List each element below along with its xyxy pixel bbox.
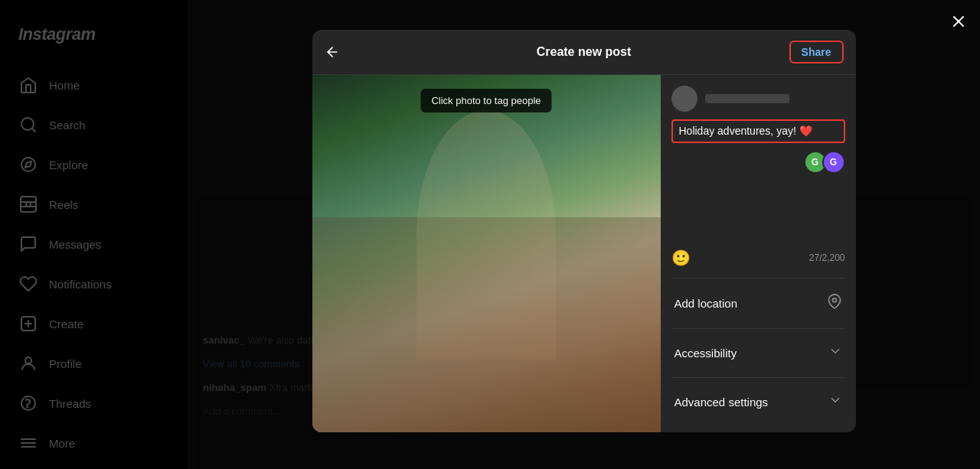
- username-placeholder: [705, 94, 789, 103]
- modal-header: Create new post Share: [312, 30, 856, 75]
- advanced-settings-row[interactable]: Advanced settings: [671, 383, 845, 422]
- modal-title: Create new post: [537, 45, 632, 59]
- share-button[interactable]: Share: [789, 41, 844, 64]
- add-location-row[interactable]: Add location: [671, 283, 845, 324]
- svg-point-20: [832, 298, 836, 301]
- emoji-circle-2: G: [822, 151, 845, 174]
- caption-text[interactable]: Holiday adventures, yay! ❤️: [679, 124, 838, 139]
- close-button[interactable]: [949, 12, 968, 33]
- create-post-modal: Create new post Share Click photo to tag…: [312, 30, 856, 432]
- divider-2: [671, 328, 845, 329]
- back-button[interactable]: [325, 44, 340, 60]
- char-count: 27/2,200: [809, 252, 845, 263]
- divider-3: [671, 377, 845, 378]
- advanced-settings-label: Advanced settings: [675, 396, 769, 409]
- modal-backdrop: Create new post Share Click photo to tag…: [0, 0, 980, 469]
- accessibility-chevron-icon: [828, 344, 842, 362]
- modal-body: Click photo to tag people Holiday advent…: [312, 75, 856, 432]
- advanced-settings-chevron-icon: [828, 393, 842, 411]
- accessibility-row[interactable]: Accessibility: [671, 334, 845, 373]
- right-panel: Holiday adventures, yay! ❤️ G G 🙂 27/2,2…: [661, 75, 856, 432]
- caption-input-wrapper[interactable]: Holiday adventures, yay! ❤️: [671, 119, 845, 144]
- caption-user-row: [671, 86, 845, 112]
- image-panel[interactable]: Click photo to tag people: [312, 75, 661, 432]
- emoji-icons-row: G G: [671, 151, 845, 174]
- bottom-bar: 🙂 27/2,200: [671, 249, 845, 267]
- add-location-label: Add location: [675, 297, 738, 310]
- emoji-button[interactable]: 🙂: [671, 249, 691, 267]
- avatar: [671, 86, 697, 112]
- accessibility-label: Accessibility: [675, 347, 737, 360]
- divider-1: [671, 278, 845, 278]
- location-icon: [827, 294, 842, 313]
- tag-people-tooltip: Click photo to tag people: [420, 89, 551, 112]
